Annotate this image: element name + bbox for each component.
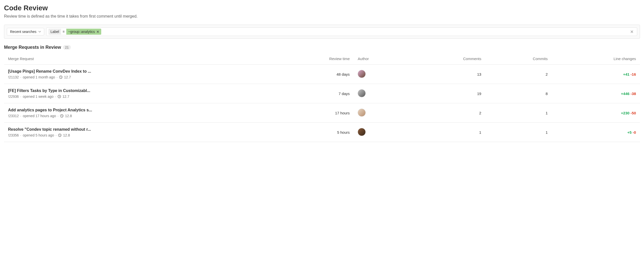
additions: +5: [627, 130, 631, 134]
commits-cell: 2: [485, 65, 552, 84]
mr-milestone: 12.8: [63, 133, 70, 137]
avatar[interactable]: [358, 109, 366, 117]
filter-token-remove-icon[interactable]: ✕: [96, 30, 99, 34]
separator-dot: ·: [20, 133, 21, 137]
chevron-down-icon: [38, 30, 41, 33]
separator-dot: ·: [20, 95, 21, 99]
line-changes-cell: +5 -0: [552, 123, 640, 142]
mr-meta: !23312 · opened 17 hours ago · 12.8: [8, 114, 267, 118]
line-changes-cell: +41 -16: [552, 65, 640, 84]
mr-opened: opened 1 month ago: [23, 75, 55, 79]
mr-id: !23312: [8, 114, 19, 118]
avatar[interactable]: [358, 70, 366, 78]
avatar[interactable]: [358, 89, 366, 97]
additions: +41: [623, 72, 629, 76]
table-row[interactable]: Resolve "Condev topic renamed without r.…: [4, 123, 640, 142]
section-count-badge: 21: [63, 45, 71, 50]
filter-token-key: Label: [48, 29, 61, 35]
mr-title: Resolve "Condev topic renamed without r.…: [8, 127, 103, 132]
recent-searches-dropdown[interactable]: Recent searches: [7, 28, 44, 35]
comments-cell: 19: [409, 84, 485, 103]
section-title: Merge Requests in Review: [4, 45, 61, 50]
mr-title: [FE] Filters Tasks by Type in Customizab…: [8, 88, 103, 93]
col-header-mr: Merge Request: [4, 53, 271, 65]
comments-cell: 1: [409, 123, 485, 142]
mr-opened: opened 5 hours ago: [23, 133, 54, 137]
clock-icon: [58, 133, 62, 137]
mr-meta: !23356 · opened 5 hours ago · 12.8: [8, 133, 267, 137]
commits-cell: 8: [485, 84, 552, 103]
section-header: Merge Requests in Review 21: [4, 45, 640, 50]
mr-meta: !21132 · opened 1 month ago · 12.7: [8, 75, 267, 79]
clock-icon: [59, 75, 63, 79]
merge-requests-table: Merge Request Review time Author Comment…: [4, 53, 640, 142]
deletions: -0: [633, 130, 636, 134]
table-row[interactable]: [FE] Filters Tasks by Type in Customizab…: [4, 84, 640, 103]
comments-cell: 13: [409, 65, 485, 84]
filter-bar: Recent searches Label = ~group::analytic…: [4, 25, 640, 39]
deletions: -50: [630, 111, 636, 115]
line-changes-cell: +230 -50: [552, 103, 640, 123]
review-time-cell: 48 days: [271, 65, 354, 84]
deletions: -38: [630, 92, 636, 96]
mr-id: !21132: [8, 75, 19, 79]
commits-cell: 1: [485, 103, 552, 123]
col-header-line-changes: Line changes: [552, 53, 640, 65]
separator-dot: ·: [55, 95, 56, 99]
col-header-review-time: Review time: [271, 53, 354, 65]
avatar[interactable]: [358, 128, 366, 136]
page-title: Code Review: [4, 4, 640, 12]
filter-token-op: =: [61, 29, 66, 35]
review-time-cell: 7 days: [271, 84, 354, 103]
review-time-cell: 5 hours: [271, 123, 354, 142]
col-header-comments: Comments: [409, 53, 485, 65]
filter-token[interactable]: Label = ~group::analytics ✕: [48, 29, 101, 35]
page-subtitle: Review time is defined as the time it ta…: [4, 14, 640, 19]
separator-dot: ·: [58, 114, 59, 118]
additions: +446: [621, 92, 629, 96]
mr-id: !23356: [8, 133, 19, 137]
comments-cell: 2: [409, 103, 485, 123]
filter-input[interactable]: Label = ~group::analytics ✕ ✕: [46, 27, 637, 36]
commits-cell: 1: [485, 123, 552, 142]
line-changes-cell: +446 -38: [552, 84, 640, 103]
mr-opened: opened 1 week ago: [23, 95, 53, 99]
filter-clear-icon[interactable]: ✕: [629, 29, 635, 34]
filter-token-value-text: ~group::analytics: [68, 30, 95, 34]
mr-title: Add analytics pages to Project Analytics…: [8, 108, 103, 112]
mr-milestone: 12.8: [65, 114, 72, 118]
mr-id: !22936: [8, 95, 19, 99]
additions: +230: [621, 111, 629, 115]
deletions: -16: [630, 72, 636, 76]
review-time-cell: 17 hours: [271, 103, 354, 123]
recent-searches-label: Recent searches: [10, 30, 36, 34]
filter-token-value: ~group::analytics ✕: [66, 29, 101, 35]
table-row[interactable]: Add analytics pages to Project Analytics…: [4, 103, 640, 123]
separator-dot: ·: [57, 75, 58, 79]
mr-opened: opened 17 hours ago: [23, 114, 56, 118]
mr-meta: !22936 · opened 1 week ago · 12.7: [8, 95, 267, 99]
col-header-commits: Commits: [485, 53, 552, 65]
separator-dot: ·: [20, 114, 21, 118]
clock-icon: [58, 95, 61, 98]
clock-icon: [60, 114, 64, 118]
separator-dot: ·: [56, 133, 57, 137]
col-header-author: Author: [354, 53, 409, 65]
mr-title: [Usage Pings] Rename ConvDev Index to ..…: [8, 69, 103, 74]
mr-milestone: 12.7: [63, 95, 69, 99]
separator-dot: ·: [20, 75, 21, 79]
table-row[interactable]: [Usage Pings] Rename ConvDev Index to ..…: [4, 65, 640, 84]
mr-milestone: 12.7: [64, 75, 71, 79]
